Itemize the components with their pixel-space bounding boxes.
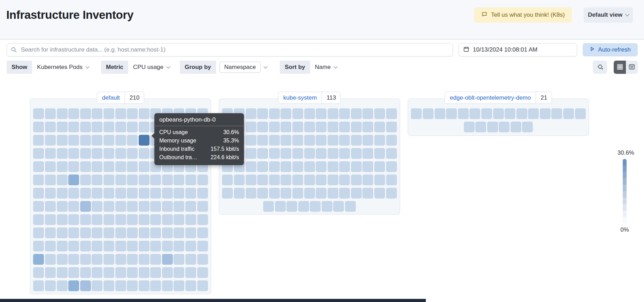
pod-cell[interactable]	[281, 188, 291, 199]
pod-cell[interactable]	[115, 201, 126, 212]
pod-cell[interactable]	[115, 188, 126, 199]
pod-cell[interactable]	[304, 175, 315, 185]
pod-cell[interactable]	[150, 241, 161, 251]
pod-cell[interactable]	[57, 161, 68, 172]
group-name-link[interactable]: edge-oblt-opentelemetry-demo	[445, 92, 536, 103]
pod-cell[interactable]	[33, 254, 44, 265]
pod-cell[interactable]	[345, 201, 356, 212]
pod-cell[interactable]	[386, 135, 397, 146]
pod-cell[interactable]	[174, 201, 184, 212]
pod-cell[interactable]	[351, 188, 362, 199]
legend-options-button[interactable]	[593, 61, 607, 74]
pod-cell[interactable]	[516, 108, 527, 119]
pod-cell[interactable]	[292, 148, 303, 159]
pod-cell[interactable]	[292, 161, 303, 172]
pod-cell[interactable]	[33, 241, 44, 251]
pod-cell[interactable]	[127, 267, 138, 278]
pod-cell[interactable]	[257, 108, 268, 119]
pod-cell[interactable]	[150, 188, 161, 199]
pod-cell[interactable]	[292, 175, 303, 185]
timeline-collapsed-bar[interactable]	[0, 299, 426, 302]
pod-cell[interactable]	[328, 148, 338, 159]
pod-cell[interactable]	[386, 148, 397, 159]
pod-cell[interactable]	[246, 108, 256, 119]
pod-cell[interactable]	[423, 108, 434, 119]
pod-cell[interactable]	[362, 161, 373, 172]
pod-cell[interactable]	[222, 175, 233, 185]
pod-cell[interactable]	[45, 122, 56, 132]
pod-cell[interactable]	[362, 175, 373, 185]
pod-cell[interactable]	[80, 188, 91, 199]
pod-cell[interactable]	[328, 188, 338, 199]
pod-cell[interactable]	[174, 188, 184, 199]
pod-cell[interactable]	[281, 122, 291, 132]
pod-cell[interactable]	[374, 108, 385, 119]
pod-cell[interactable]	[505, 108, 515, 119]
pod-cell[interactable]	[197, 227, 208, 238]
pod-cell[interactable]	[57, 188, 68, 199]
pod-cell[interactable]	[92, 135, 102, 146]
show-filter-dropdown[interactable]: Kubernetes Pods	[36, 64, 90, 71]
pod-cell[interactable]	[257, 161, 268, 172]
pod-cell[interactable]	[57, 135, 68, 146]
pod-cell[interactable]	[127, 188, 138, 199]
group-by-filter-dropdown[interactable]: Namespace	[220, 62, 261, 73]
pod-cell[interactable]	[115, 122, 126, 132]
pod-cell[interactable]	[487, 122, 498, 132]
pod-cell[interactable]	[127, 254, 138, 265]
feedback-button[interactable]: Tell us what you think! (K8s)	[474, 7, 572, 23]
pod-cell[interactable]	[33, 108, 44, 119]
pod-cell[interactable]	[511, 122, 521, 132]
pod-cell[interactable]	[80, 148, 91, 159]
pod-cell[interactable]	[127, 148, 138, 159]
pod-cell[interactable]	[162, 227, 173, 238]
pod-cell[interactable]	[185, 227, 196, 238]
pod-cell[interactable]	[522, 122, 533, 132]
pod-cell[interactable]	[351, 135, 362, 146]
pod-cell[interactable]	[92, 214, 102, 225]
group-name-link[interactable]: kube-system	[278, 92, 322, 103]
pod-cell[interactable]	[104, 188, 114, 199]
pod-cell[interactable]	[304, 148, 315, 159]
pod-cell[interactable]	[127, 214, 138, 225]
pod-cell[interactable]	[362, 148, 373, 159]
pod-cell[interactable]	[33, 148, 44, 159]
pod-cell[interactable]	[45, 241, 56, 251]
pod-cell[interactable]	[139, 241, 150, 251]
pod-cell[interactable]	[286, 201, 297, 212]
pod-cell[interactable]	[92, 122, 102, 132]
pod-cell[interactable]	[139, 122, 150, 132]
pod-cell[interactable]	[45, 148, 56, 159]
pod-cell[interactable]	[263, 201, 274, 212]
pod-cell[interactable]	[234, 175, 245, 185]
pod-cell[interactable]	[80, 108, 91, 119]
pod-cell[interactable]	[386, 161, 397, 172]
pod-cell[interactable]	[104, 280, 114, 291]
pod-cell[interactable]	[80, 135, 91, 146]
pod-cell[interactable]	[139, 148, 150, 159]
pod-cell[interactable]	[374, 148, 385, 159]
pod-cell[interactable]	[328, 175, 338, 185]
pod-cell[interactable]	[45, 161, 56, 172]
pod-cell[interactable]	[411, 108, 422, 119]
table-view-button[interactable]	[626, 61, 638, 74]
chevron-down-icon[interactable]	[264, 64, 268, 68]
pod-cell[interactable]	[68, 254, 79, 265]
pod-cell[interactable]	[68, 135, 79, 146]
pod-cell[interactable]	[115, 254, 126, 265]
pod-cell[interactable]	[197, 254, 208, 265]
pod-cell[interactable]	[127, 161, 138, 172]
pod-cell[interactable]	[246, 175, 256, 185]
pod-cell[interactable]	[92, 188, 102, 199]
pod-cell[interactable]	[68, 201, 79, 212]
pod-cell[interactable]	[92, 148, 102, 159]
pod-cell[interactable]	[185, 201, 196, 212]
pod-cell[interactable]	[197, 280, 208, 291]
pod-cell[interactable]	[269, 108, 280, 119]
pod-cell[interactable]	[362, 188, 373, 199]
pod-cell[interactable]	[458, 108, 469, 119]
pod-cell[interactable]	[139, 214, 150, 225]
pod-cell[interactable]	[127, 135, 138, 146]
pod-cell[interactable]	[68, 175, 79, 185]
pod-cell[interactable]	[386, 122, 397, 132]
